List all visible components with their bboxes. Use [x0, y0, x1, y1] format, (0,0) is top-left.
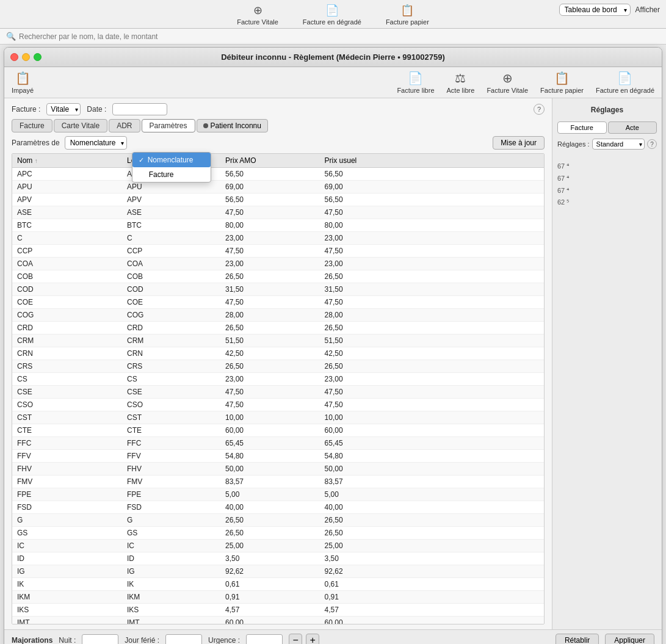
- plus-btn[interactable]: +: [306, 634, 319, 644]
- table-row[interactable]: CS CS 23,00 23,00: [12, 373, 544, 386]
- minimize-button[interactable]: [22, 53, 30, 61]
- dropdown-item-nomenclature[interactable]: ✓ Nomenclature: [132, 153, 211, 167]
- cell-prix-usuel: 26,50: [320, 322, 422, 335]
- table-row[interactable]: APU APU 69,00 69,00: [12, 181, 544, 194]
- table-row[interactable]: COB COB 26,50 26,50: [12, 270, 544, 283]
- table-row[interactable]: COG COG 28,00 28,00: [12, 309, 544, 322]
- table-row[interactable]: FMV FMV 83,57 83,57: [12, 476, 544, 488]
- facture-vitale-label: Facture Vitale: [237, 18, 278, 26]
- table-row[interactable]: FHV FHV 50,00 50,00: [12, 463, 544, 476]
- help-button[interactable]: ?: [534, 104, 545, 115]
- cell-prix-amo: 26,50: [220, 270, 320, 283]
- reglages-select[interactable]: Standard: [592, 139, 645, 150]
- table-row[interactable]: IMT IMT 60,00 60,00: [12, 617, 544, 625]
- tableau-de-bord-wrapper[interactable]: Tableau de bord: [559, 4, 631, 16]
- reglages-select-wrapper[interactable]: Standard: [592, 139, 645, 150]
- table-row[interactable]: APV APV 56,50 56,50: [12, 194, 544, 206]
- facture-libre-btn[interactable]: 📄 Facture libre: [397, 71, 434, 94]
- table-body: APC APC 56,50 56,50 APU APU 69,00 69,00 …: [12, 168, 544, 625]
- table-row[interactable]: CSE CSE 47,50 47,50: [12, 386, 544, 399]
- cell-lettre-cle: COB: [122, 270, 220, 283]
- nuit-input[interactable]: 35,00: [82, 634, 118, 644]
- cell-nom: APC: [12, 168, 122, 181]
- table-row[interactable]: ID ID 3,50 3,50: [12, 552, 544, 565]
- tab-parametres[interactable]: Paramètres: [142, 119, 195, 132]
- table-row[interactable]: CRM CRM 51,50 51,50: [12, 335, 544, 347]
- cell-lettre-cle: COG: [122, 309, 220, 322]
- facture-papier-inner-btn[interactable]: 📋 Facture papier: [540, 71, 584, 94]
- jour-ferie-input[interactable]: 19,06: [165, 634, 202, 644]
- cell-prix-amo: 23,00: [220, 258, 320, 270]
- table-row[interactable]: CSO CSO 47,50 47,50: [12, 399, 544, 411]
- col-nom[interactable]: Nom ↑: [12, 154, 122, 168]
- impaye-btn[interactable]: 📋 Impayé: [12, 71, 34, 94]
- facture-vitale-btn[interactable]: ⊕ Facture Vitale: [237, 4, 278, 26]
- cell-prix-usuel: 80,00: [320, 219, 422, 232]
- cell-empty: [422, 399, 544, 411]
- cell-prix-amo: 25,00: [220, 540, 320, 552]
- table-row[interactable]: C C 23,00 23,00: [12, 232, 544, 245]
- table-row[interactable]: IKS IKS 4,57 4,57: [12, 604, 544, 617]
- patient-badge[interactable]: Patient Inconnu: [197, 119, 268, 132]
- table-container[interactable]: Nom ↑ Lettre-clé Prix AMO Prix usuel: [12, 153, 545, 624]
- table-row[interactable]: COA COA 23,00 23,00: [12, 258, 544, 270]
- facture-degrade-btn[interactable]: 📄 Facture en dégradé: [303, 4, 361, 26]
- urgence-input[interactable]: 22,60: [246, 634, 283, 644]
- cell-prix-usuel: 26,50: [320, 360, 422, 373]
- search-input[interactable]: [19, 32, 263, 41]
- facture-select-wrapper[interactable]: Vitale: [46, 103, 81, 115]
- table-row[interactable]: BTC BTC 80,00 80,00: [12, 219, 544, 232]
- date-input[interactable]: 12/07/2024: [112, 103, 167, 115]
- facture-vitale-inner-btn[interactable]: ⊕ Facture Vitale: [487, 71, 528, 94]
- cell-empty: [422, 309, 544, 322]
- table-row[interactable]: CRD CRD 26,50 26,50: [12, 322, 544, 335]
- cell-nom: IMT: [12, 617, 122, 625]
- table-row[interactable]: FSD FSD 40,00 40,00: [12, 501, 544, 514]
- table-row[interactable]: APC APC 56,50 56,50: [12, 168, 544, 181]
- retablir-btn[interactable]: Rétablir: [556, 634, 599, 644]
- cell-nom: ASE: [12, 206, 122, 219]
- facture-degrade-inner-btn[interactable]: 📄 Facture en dégradé: [596, 71, 654, 94]
- table-row[interactable]: FPE FPE 5,00 5,00: [12, 488, 544, 501]
- minus-btn[interactable]: −: [289, 634, 302, 644]
- cell-nom: CCP: [12, 245, 122, 258]
- cell-prix-usuel: 69,00: [320, 181, 422, 194]
- table-row[interactable]: CRS CRS 26,50 26,50: [12, 360, 544, 373]
- facture-papier-btn[interactable]: 📋 Facture papier: [386, 4, 429, 26]
- cell-empty: [422, 335, 544, 347]
- table-row[interactable]: IG IG 92,62 92,62: [12, 565, 544, 578]
- table-row[interactable]: G G 26,50 26,50: [12, 514, 544, 527]
- table-row[interactable]: CST CST 10,00 10,00: [12, 411, 544, 424]
- table-row[interactable]: COD COD 31,50 31,50: [12, 283, 544, 296]
- facture-select[interactable]: Vitale: [46, 103, 81, 115]
- table-row[interactable]: CCP CCP 47,50 47,50: [12, 245, 544, 258]
- close-button[interactable]: [10, 53, 18, 61]
- table-row[interactable]: IK IK 0,61 0,61: [12, 578, 544, 591]
- table-row[interactable]: CTE CTE 60,00 60,00: [12, 424, 544, 437]
- table-row[interactable]: GS GS 26,50 26,50: [12, 527, 544, 540]
- reglages-tab-acte[interactable]: Acte: [608, 121, 657, 134]
- table-row[interactable]: COE COE 47,50 47,50: [12, 296, 544, 309]
- cell-prix-amo: 26,50: [220, 322, 320, 335]
- tab-adr[interactable]: ADR: [109, 119, 140, 132]
- table-row[interactable]: ASE ASE 47,50 47,50: [12, 206, 544, 219]
- table-row[interactable]: CRN CRN 42,50 42,50: [12, 347, 544, 360]
- tableau-de-bord-select[interactable]: Tableau de bord: [559, 4, 631, 16]
- reglages-help-button[interactable]: ?: [647, 139, 657, 149]
- maximize-button[interactable]: [34, 53, 42, 61]
- acte-libre-btn[interactable]: ⚖ Acte libre: [447, 71, 475, 94]
- tab-carte-vitale[interactable]: Carte Vitale: [54, 119, 107, 132]
- dropdown-item-facture[interactable]: Facture: [132, 167, 211, 182]
- appliquer-btn[interactable]: Appliquer: [605, 634, 654, 644]
- cell-empty: [422, 591, 544, 604]
- reglages-tab-facture[interactable]: Facture: [557, 121, 607, 134]
- table-row[interactable]: FFC FFC 65,45 65,45: [12, 437, 544, 450]
- params-dropdown-btn[interactable]: Nomenclature ▾: [65, 136, 128, 150]
- mise-a-jour-btn[interactable]: Mise à jour: [493, 136, 545, 150]
- table-row[interactable]: FFV FFV 54,80 54,80: [12, 450, 544, 463]
- cell-lettre-cle: CRD: [122, 322, 220, 335]
- tab-facture[interactable]: Facture: [12, 119, 52, 132]
- table-row[interactable]: IC IC 25,00 25,00: [12, 540, 544, 552]
- table-row[interactable]: IKM IKM 0,91 0,91: [12, 591, 544, 604]
- cell-nom: CSO: [12, 399, 122, 411]
